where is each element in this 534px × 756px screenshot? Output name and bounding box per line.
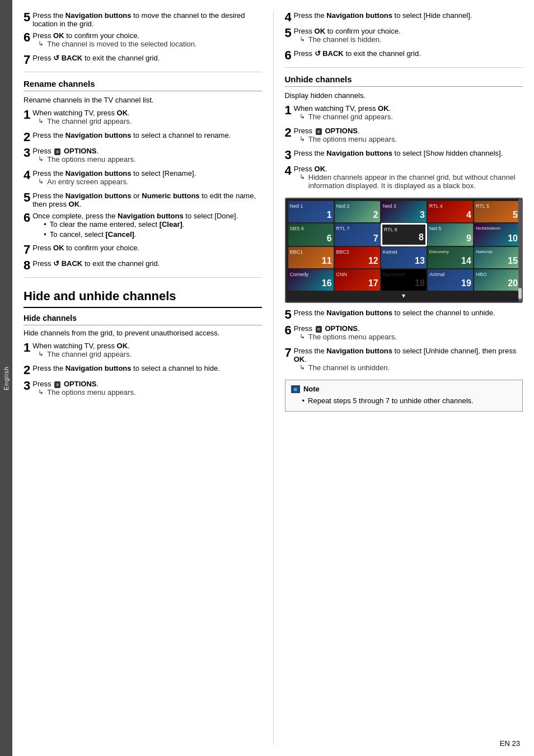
channel-cell-hbo: HBO 20 [474, 269, 519, 291]
unhide-step-num-5: 5 [285, 309, 292, 321]
rename-step-6-bullet1: • To clear the name entered, select [Cle… [44, 220, 261, 228]
right-hide-step-num-6: 6 [285, 49, 292, 62]
unhide-step-4: 4 Press OK. ↳ Hidden channels appear in … [285, 165, 523, 192]
unhide-step-6-arrow-text: The options menu appears. [308, 333, 397, 341]
step-6-arrow-text: The channel is moved to the selected loc… [47, 40, 196, 48]
rename-section-title: Rename channels [24, 79, 262, 91]
unhide-step-num-6: 6 [285, 324, 292, 337]
step-6-content: Press OK to confirm your choice. ↳ The c… [32, 31, 261, 50]
channel-num-comedy: 16 [322, 278, 332, 288]
channel-name-animal: Animal [429, 272, 445, 277]
right-column: 4 Press the Navigation buttons to select… [274, 11, 523, 745]
arrow-icon-u7: ↳ [299, 363, 305, 371]
right-hide-step-num-5: 5 [285, 27, 292, 39]
channel-num-rtl5: 5 [513, 210, 518, 220]
page: English 5 Press the Navigation buttons t… [0, 0, 534, 756]
rename-step-1: 1 When watching TV, press OK. ↳ The chan… [24, 109, 262, 128]
unhide-desc: Display hidden channels. [285, 91, 523, 100]
arrow-icon-r1: ↳ [38, 117, 44, 125]
note-text-item: • Repeat steps 5 through 7 to unhide oth… [302, 396, 517, 405]
channel-grid: Ned 1 1 Ned 2 2 Ned 3 3 RTL 4 4 [288, 201, 520, 291]
rename-step-6-bullet2: • To cancel, select [Cancel]. [44, 230, 261, 239]
channel-num-ned3: 3 [420, 210, 425, 220]
rename-step-6: 6 Once complete, press the Navigation bu… [24, 212, 262, 240]
channel-cell-bbc2: BBC2 12 [335, 247, 380, 268]
right-hide-step-5-arrow: ↳ The channel is hidden. [299, 35, 523, 44]
hide-step-1-arrow-text: The channel grid appears. [47, 350, 132, 358]
unhide-step-7-arrow-text: The channel is unhidden. [308, 363, 390, 372]
options-icon-r3: ≡ [54, 148, 60, 155]
sidebar-label: English [3, 366, 10, 390]
right-hide-step-4: 4 Press the Navigation buttons to select… [285, 11, 523, 24]
channel-name-ned2: Ned 2 [336, 203, 350, 209]
channel-num-ned2: 2 [373, 210, 378, 220]
step-6-confirm: 6 Press OK to confirm your choice. ↳ The… [24, 31, 262, 50]
channel-cell-ketnet: Ketnet 13 [381, 247, 427, 268]
note-icon: ≡ [291, 385, 300, 393]
rename-step-3-arrow-text: The options menu appears. [47, 155, 135, 164]
rename-step-num-3: 3 [24, 147, 30, 159]
note-bullet: • [302, 396, 305, 405]
rename-step-1-content: When watching TV, press OK. ↳ The channe… [32, 109, 261, 128]
hide-step-3-content: Press ≡ OPTIONS. ↳ The options menu appe… [32, 380, 261, 399]
step-7-content: Press ↺ BACK to exit the channel grid. [32, 54, 261, 62]
unhide-step-4-arrow-text: Hidden channels appear in the channel gr… [308, 173, 523, 190]
right-hide-step-6-content: Press ↺ BACK to exit the channel grid. [294, 49, 523, 58]
options-icon-h3: ≡ [54, 381, 60, 388]
rename-step-8: 8 Press ↺ BACK to exit the channel grid. [24, 259, 262, 272]
channel-name-comedy: Comedy [290, 272, 309, 277]
bullet-dot-2: • [44, 230, 46, 239]
rename-step-num-6: 6 [24, 212, 30, 224]
note-text: Repeat steps 5 through 7 to unhide other… [308, 396, 474, 405]
channel-num-bbc1: 11 [322, 256, 332, 266]
step-number-5: 5 [24, 11, 30, 24]
arrow-icon-u4: ↳ [299, 173, 305, 181]
rename-step-num-1: 1 [24, 109, 30, 121]
unhide-section-title: Unhide channels [285, 74, 523, 87]
channel-name-eurosport: Eurosport [383, 272, 405, 277]
unhide-step-3-content: Press the Navigation buttons to select [… [294, 149, 523, 157]
step-5-content: Press the Navigation buttons to move the… [32, 11, 261, 28]
rename-step-7: 7 Press OK to confirm your choice. [24, 244, 262, 256]
rename-step-6-bullet1-text: To clear the name entered, select [Clear… [50, 220, 185, 228]
hide-step-1: 1 When watching TV, press OK. ↳ The chan… [24, 342, 262, 361]
channel-num-cnn: 17 [368, 278, 378, 288]
channel-num-rtl8: 8 [419, 232, 424, 242]
hide-step-2: 2 Press the Navigation buttons to select… [24, 364, 262, 376]
grid-scroll-arrow: ▾ [288, 292, 520, 300]
channel-name-net5: Net 5 [429, 226, 442, 231]
unhide-step-4-content: Press OK. ↳ Hidden channels appear in th… [294, 165, 523, 192]
arrow-icon-u6: ↳ [299, 333, 305, 340]
channel-cell-ned2: Ned 2 2 [335, 201, 380, 222]
unhide-step-7-arrow: ↳ The channel is unhidden. [299, 363, 523, 372]
rename-step-num-8: 8 [24, 259, 30, 272]
channel-num-rtl7: 7 [373, 234, 378, 244]
right-hide-step-5-content: Press OK to confirm your choice. ↳ The c… [294, 27, 523, 46]
rename-step-1-arrow: ↳ The channel grid appears. [38, 117, 261, 125]
rename-step-num-4: 4 [24, 169, 30, 181]
channel-num-national: 15 [508, 256, 518, 266]
hide-step-num-2: 2 [24, 364, 30, 376]
unhide-step-1-arrow: ↳ The channel grid appears. [299, 113, 523, 121]
channel-name-discovery: Discovery [429, 249, 449, 254]
channel-cell-net5: Net 5 9 [428, 223, 473, 246]
channel-cell-comedy: Comedy 16 [288, 269, 334, 291]
step-number-7: 7 [24, 54, 30, 66]
arrow-icon-rh5: ↳ [299, 35, 305, 43]
channel-num-discovery: 14 [461, 256, 471, 266]
hide-channels-desc: Hide channels from the grid, to prevent … [24, 329, 262, 337]
unhide-step-1-content: When watching TV, press OK. ↳ The channe… [294, 104, 523, 123]
channel-name-nick: Nickelodeon [476, 226, 500, 231]
unhide-step-7: 7 Press the Navigation buttons to select… [285, 347, 523, 374]
rename-step-num-7: 7 [24, 244, 30, 256]
channel-grid-container: Ned 1 1 Ned 2 2 Ned 3 3 RTL 4 4 [285, 198, 523, 303]
unhide-step-6-content: Press ≡ OPTIONS. ↳ The options menu appe… [294, 324, 523, 343]
channel-num-ketnet: 13 [415, 256, 425, 266]
unhide-step-num-2: 2 [285, 127, 292, 139]
unhide-step-7-content: Press the Navigation buttons to select [… [294, 347, 523, 374]
rename-step-4-arrow: ↳ An entry screen appears. [38, 178, 261, 186]
rename-step-6-bullet2-text: To cancel, select [Cancel]. [50, 230, 137, 239]
channel-name-national: National [476, 249, 492, 254]
arrow-icon-u1: ↳ [299, 113, 305, 120]
rename-step-5: 5 Press the Navigation buttons or Numeri… [24, 192, 262, 208]
